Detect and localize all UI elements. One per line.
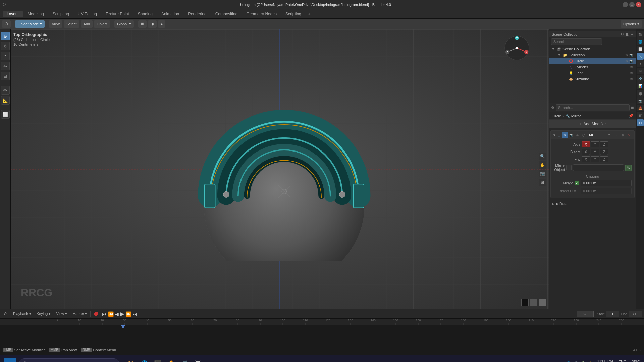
- move-tool[interactable]: ✥: [1, 42, 10, 50]
- prop-tab-world[interactable]: 🌐: [637, 38, 644, 45]
- tab-compositing[interactable]: Compositing: [211, 11, 242, 17]
- merge-checkbox[interactable]: [575, 181, 579, 185]
- mode-dropdown[interactable]: Object Mode ▾: [15, 20, 45, 28]
- jump-end-button[interactable]: ⏭: [132, 311, 137, 317]
- system-clock[interactable]: 11:00 PM 21-02-2024: [596, 359, 613, 362]
- modifier-move-up-icon[interactable]: ⌃: [606, 132, 612, 138]
- play-button[interactable]: ▶: [120, 311, 124, 317]
- modifier-duplicate-icon[interactable]: ⊕: [620, 132, 626, 138]
- keyframe-area[interactable]: [0, 325, 644, 345]
- prop-tab-particles[interactable]: ✦: [637, 60, 644, 67]
- music-app[interactable]: 🎵: [178, 358, 191, 362]
- transform-tool[interactable]: ⊞: [1, 72, 10, 80]
- viewport-shading-solid[interactable]: ●: [158, 20, 166, 28]
- current-frame-input[interactable]: [577, 311, 594, 317]
- outliner-light[interactable]: 💡 Light 👁: [549, 70, 636, 76]
- prop-tab-render[interactable]: 📷: [637, 97, 644, 104]
- collection-render-icon[interactable]: 📷: [629, 53, 633, 57]
- keying-menu[interactable]: Keying ▾: [35, 311, 53, 317]
- pan-icon[interactable]: ✋: [539, 161, 546, 169]
- tab-scripting[interactable]: Scripting: [281, 11, 305, 17]
- properties-filter[interactable]: ⊞: [631, 106, 634, 110]
- taskbar-search-bar[interactable]: 🔍 Search: [19, 358, 119, 362]
- select-menu[interactable]: Select: [64, 20, 79, 28]
- cylinder-visibility-icon[interactable]: 👁: [630, 65, 633, 69]
- shading-material[interactable]: [539, 299, 546, 306]
- add-workspace-button[interactable]: +: [306, 11, 313, 17]
- photos-app[interactable]: 🖼: [192, 358, 204, 362]
- modifier-delete-icon[interactable]: ✕: [626, 132, 632, 138]
- tab-layout[interactable]: Layout: [3, 11, 23, 17]
- axis-gizmo[interactable]: Y X Z: [503, 35, 530, 62]
- prop-tab-scene[interactable]: 🎬: [637, 31, 644, 38]
- terminal-app[interactable]: ⬛: [152, 358, 164, 362]
- properties-search-input[interactable]: [556, 104, 630, 111]
- modifier-edit-icon[interactable]: ✏: [575, 132, 581, 138]
- flip-y-button[interactable]: Y: [591, 156, 599, 162]
- chrome-app[interactable]: 🌐: [138, 358, 150, 362]
- marker-menu[interactable]: Marker ▾: [70, 311, 89, 317]
- outliner-scene-collection[interactable]: ▼ 🎬 Scene Collection: [549, 46, 636, 52]
- view-menu-timeline[interactable]: View ▾: [54, 311, 69, 317]
- prop-tab-material[interactable]: ⬤: [637, 90, 644, 97]
- bisect-y-button[interactable]: Y: [591, 149, 599, 155]
- prop-tab-object[interactable]: ⬜: [637, 46, 644, 52]
- maximize-button[interactable]: □: [629, 2, 635, 7]
- shading-solid[interactable]: [530, 299, 537, 306]
- flip-x-button[interactable]: X: [582, 156, 590, 162]
- viewport-3d[interactable]: Top Orthographic (28) Collection | Circl…: [11, 29, 549, 309]
- axis-x-button[interactable]: X: [582, 141, 590, 147]
- options-dropdown[interactable]: Options ▾: [621, 20, 642, 28]
- camera-icon[interactable]: 📷: [539, 170, 546, 177]
- transform-global-dropdown[interactable]: Global ▾: [114, 20, 134, 28]
- viewport-overlay-button[interactable]: ⊞: [138, 20, 147, 28]
- step-forward-button[interactable]: ⏩: [125, 311, 131, 317]
- modifier-realtime-icon[interactable]: 👁: [562, 132, 568, 138]
- modifier-render-icon[interactable]: 📷: [568, 132, 574, 138]
- prop-tab-output[interactable]: 📤: [637, 105, 644, 111]
- bisect-z-button[interactable]: Z: [600, 149, 608, 155]
- mirror-object-pick-button[interactable]: ✎: [625, 165, 632, 171]
- close-button[interactable]: ✕: [636, 2, 641, 7]
- circle-visibility-icon[interactable]: 👁: [625, 59, 629, 63]
- tab-geometry-nodes[interactable]: Geometry Nodes: [242, 11, 281, 17]
- view-menu[interactable]: View: [49, 20, 62, 28]
- measure-tool[interactable]: 📐: [1, 96, 10, 105]
- outliner-circle[interactable]: ⭕ Circle 👁 📷: [549, 58, 636, 64]
- axis-y-button[interactable]: Y: [591, 141, 599, 147]
- add-menu[interactable]: Add: [81, 20, 93, 28]
- shading-wireframe[interactable]: [521, 299, 529, 306]
- tab-sculpting[interactable]: Sculpting: [49, 11, 73, 17]
- shading-button[interactable]: ◑: [148, 20, 157, 28]
- prop-tab-active[interactable]: ⊡: [637, 119, 644, 126]
- tab-rendering[interactable]: Rendering: [184, 11, 210, 17]
- end-frame-input[interactable]: [629, 311, 642, 317]
- prop-tab-physics[interactable]: ⚛: [637, 68, 644, 74]
- prop-tab-constraints[interactable]: 🔗: [637, 75, 644, 82]
- grid-icon[interactable]: ⊞: [539, 179, 546, 186]
- breadcrumb-object[interactable]: Circle: [552, 114, 561, 118]
- collection-visibility-icon[interactable]: 👁: [625, 53, 629, 57]
- outliner-filter[interactable]: ⚙: [621, 32, 624, 36]
- playback-menu[interactable]: Playback ▾: [11, 311, 33, 317]
- light-visibility-icon[interactable]: 👁: [630, 71, 633, 75]
- axis-z-button[interactable]: Z: [600, 141, 608, 147]
- prop-tab-view-layer[interactable]: ◧: [637, 112, 644, 119]
- annotate-tool[interactable]: ✏: [1, 86, 10, 95]
- tab-uv-editing[interactable]: UV Editing: [74, 11, 101, 17]
- rotate-tool[interactable]: ↺: [1, 52, 10, 60]
- breadcrumb-pin[interactable]: 📌: [629, 114, 633, 118]
- timeline-type-button[interactable]: ⏱: [2, 311, 10, 317]
- outliner-suzanne[interactable]: 🐵 Suzanne 👁: [549, 76, 636, 82]
- suzanne-visibility-icon[interactable]: 👁: [630, 77, 633, 81]
- zoom-in-icon[interactable]: 🔍: [539, 153, 546, 160]
- object-menu[interactable]: Object: [94, 20, 110, 28]
- outliner-cylinder[interactable]: ⬡ Cylinder 👁: [549, 64, 636, 70]
- outliner-search-input[interactable]: [551, 38, 602, 45]
- outliner-new[interactable]: +: [631, 32, 633, 36]
- bisect-dist-input[interactable]: [581, 188, 632, 194]
- minimize-button[interactable]: –: [623, 2, 628, 7]
- bisect-x-button[interactable]: X: [582, 149, 590, 155]
- modifier-move-down-icon[interactable]: ⌄: [613, 132, 619, 138]
- modifier-expand-toggle[interactable]: ▼: [553, 133, 556, 137]
